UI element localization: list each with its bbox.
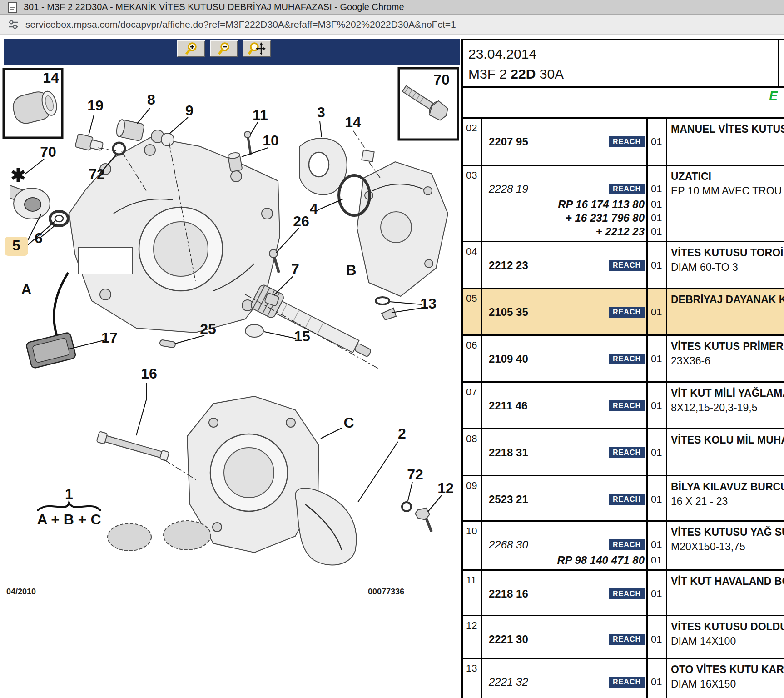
description-cell: OTO VİTES KUTU KART DIAM 16X150 — [667, 659, 784, 698]
callout-25: 25 — [200, 321, 216, 337]
callout-2: 2 — [398, 425, 406, 442]
reach-badge[interactable]: REACH — [609, 354, 645, 364]
part-number-link[interactable]: 2228 19 — [489, 183, 528, 195]
description-line2: 16 X 21 - 23 — [671, 494, 784, 509]
reach-badge[interactable]: REACH — [609, 400, 645, 411]
drawing-date: 04/2010 — [6, 587, 36, 597]
description-cell: VİTES KUTUSU TOROİD DIAM 60-TO 3 — [667, 242, 784, 288]
reach-badge[interactable]: REACH — [609, 136, 645, 147]
description-line1: OTO VİTES KUTU KART — [671, 663, 784, 676]
description-cell: DEBRİYAJ DAYANAK K — [667, 289, 784, 334]
callout-4: 4 — [310, 200, 318, 217]
part-number-link[interactable]: 2109 40 — [489, 353, 528, 365]
part-cell: 2268 30 REACH RP 98 140 471 80 — [482, 522, 648, 569]
callout-72: 72 — [407, 466, 423, 483]
reach-badge[interactable]: REACH — [609, 184, 645, 194]
reach-badge[interactable]: REACH — [609, 307, 645, 318]
description-line1: VİT KUT HAVALAND BO — [671, 574, 784, 588]
part-number-link[interactable]: 2268 30 — [489, 538, 528, 551]
pad-part-17 — [26, 332, 76, 369]
qty-value: 01 — [648, 538, 666, 552]
part-cell: 2211 46 REACH — [482, 383, 648, 428]
alternate-part-line[interactable]: RP 98 140 471 80 — [482, 553, 646, 567]
qty-cell: 01 — [648, 476, 667, 520]
qty-value: 01 — [648, 633, 666, 646]
row-number: 13 — [463, 659, 482, 698]
callout-16: 16 — [141, 365, 157, 382]
part-cell: 2105 35 REACH — [482, 289, 648, 334]
callout-12: 12 — [437, 480, 454, 496]
description-line2: 23X36-6 — [671, 353, 784, 369]
qty-value: 01 — [648, 305, 666, 319]
reach-badge[interactable]: REACH — [609, 260, 645, 271]
part-number-link[interactable]: 2221 30 — [489, 633, 528, 646]
qty-cell: 01 — [648, 242, 667, 288]
part-number-link[interactable]: 2105 35 — [489, 306, 528, 319]
group-formula: A + B + C — [37, 511, 101, 528]
part-number-link[interactable]: 2211 46 — [489, 399, 527, 412]
description-line1: BİLYA KILAVUZ BURCU — [671, 480, 784, 494]
square-shim-part-14 — [362, 150, 374, 162]
qty-value: 01 — [648, 225, 666, 239]
row-number: 02 — [463, 119, 482, 165]
callout-17: 17 — [101, 329, 118, 346]
part-number-link[interactable]: 2218 16 — [489, 588, 528, 600]
callout-B: B — [346, 262, 356, 278]
callout-10: 10 — [263, 132, 279, 149]
pin-part-25 — [159, 339, 176, 348]
switch-part-19 — [75, 134, 104, 153]
qty-value: 01 — [648, 446, 666, 459]
description-line1: DEBRİYAJ DAYANAK K — [671, 293, 784, 306]
ref-suffix: 30A — [536, 66, 564, 81]
reach-badge[interactable]: REACH — [609, 447, 645, 458]
magnifier-pan-icon — [248, 42, 266, 55]
table-row: 04 2212 23 REACH 01 VİTES KUTUSU TOROİD … — [463, 242, 784, 289]
part-number-link[interactable]: 2212 23 — [489, 259, 528, 272]
exchange-note: E — [769, 89, 778, 103]
description-cell: VİT KUT HAVALAND BO — [667, 571, 784, 615]
magnifier-minus-icon — [216, 42, 232, 55]
group-number: 1 — [65, 486, 73, 502]
callout-9: 9 — [185, 102, 194, 119]
part-cell: 2221 32 REACH — [482, 659, 648, 698]
row-number: 10 — [463, 522, 482, 569]
zoom-in-button[interactable] — [177, 40, 205, 57]
o-ring-part-72 — [113, 143, 125, 155]
description-cell: VİTES KOLU MİL MUHA — [667, 429, 784, 475]
part-number-link[interactable]: 2523 21 — [489, 493, 528, 506]
reach-badge[interactable]: REACH — [609, 494, 645, 505]
reach-badge[interactable]: REACH — [609, 539, 645, 550]
qty-value: 01 — [648, 135, 666, 149]
qty-value: 01 — [648, 399, 666, 413]
drawing-number: 00077336 — [368, 587, 404, 597]
alternate-part-line[interactable]: RP 16 174 113 80 — [482, 198, 646, 211]
qty-value: 01 — [648, 493, 666, 506]
alternate-part-line[interactable]: + 16 231 796 80 — [482, 211, 646, 225]
reach-badge[interactable]: REACH — [609, 634, 645, 645]
qty-cell: 01 01 — [648, 522, 667, 569]
description-line1: UZATICI — [671, 170, 784, 183]
description-cell: VİTES KUTUSU YAĞ SÜ M20X150-13,75 — [667, 522, 784, 569]
table-row: 05 2105 35 REACH 01 DEBRİYAJ DAYANAK K — [463, 289, 784, 336]
reach-badge[interactable]: REACH — [609, 588, 645, 599]
qty-value: 01 — [648, 553, 666, 567]
part-cell: 2218 31 REACH — [482, 429, 648, 475]
callout-11: 11 — [253, 107, 268, 123]
zoom-pan-button[interactable] — [243, 40, 271, 57]
table-row: 12 2221 30 REACH 01 VİTES KUTUSU DOLDU D… — [463, 616, 784, 659]
alternate-part-line[interactable]: + 2212 23 — [482, 225, 646, 239]
bolt-part-12 — [415, 508, 432, 532]
callout-19: 19 — [87, 97, 104, 114]
parts-table-header: 23.04.2014 M3F 2 22D 30A — [463, 40, 784, 88]
part-number-link[interactable]: 2218 31 — [489, 446, 528, 459]
description-line1: VİTES KOLU MİL MUHA — [671, 433, 784, 447]
description-cell: VİTES KUTUS PRİMER 23X36-6 — [667, 336, 784, 381]
part-number-link[interactable]: 2221 32 — [489, 676, 528, 688]
reach-badge[interactable]: REACH — [609, 677, 645, 688]
callout-7: 7 — [291, 261, 299, 277]
qty-value: 01 — [648, 259, 666, 272]
rear-cover-part-B — [357, 162, 448, 296]
table-row: 11 2218 16 REACH 01 VİT KUT HAVALAND BO — [463, 571, 784, 616]
zoom-out-button[interactable] — [210, 40, 238, 57]
part-number-link[interactable]: 2207 95 — [489, 135, 528, 148]
